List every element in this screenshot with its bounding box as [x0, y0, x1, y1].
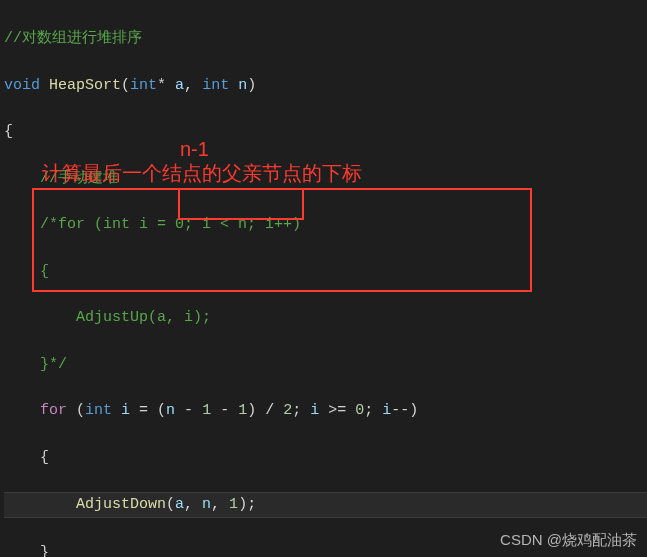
code-line: { [4, 120, 647, 143]
code-line: { [4, 260, 647, 283]
code-line: void HeapSort(int* a, int n) [4, 74, 647, 97]
comment: //对数组进行堆排序 [4, 30, 142, 47]
code-line: for (int i = (n - 1 - 1) / 2; i >= 0; i-… [4, 399, 647, 422]
code-line: /*for (int i = 0; i < n; i++) [4, 213, 647, 236]
watermark: CSDN @烧鸡配油茶 [500, 528, 637, 551]
code-line: //对数组进行堆排序 [4, 27, 647, 50]
code-line: { [4, 446, 647, 469]
code-line: AdjustDown(a, n, 1); [4, 492, 647, 517]
code-line: }*/ [4, 353, 647, 376]
code-line: //手动建堆 [4, 167, 647, 190]
code-line: AdjustUp(a, i); [4, 306, 647, 329]
code-editor[interactable]: //对数组进行堆排序 void HeapSort(int* a, int n) … [4, 4, 647, 557]
